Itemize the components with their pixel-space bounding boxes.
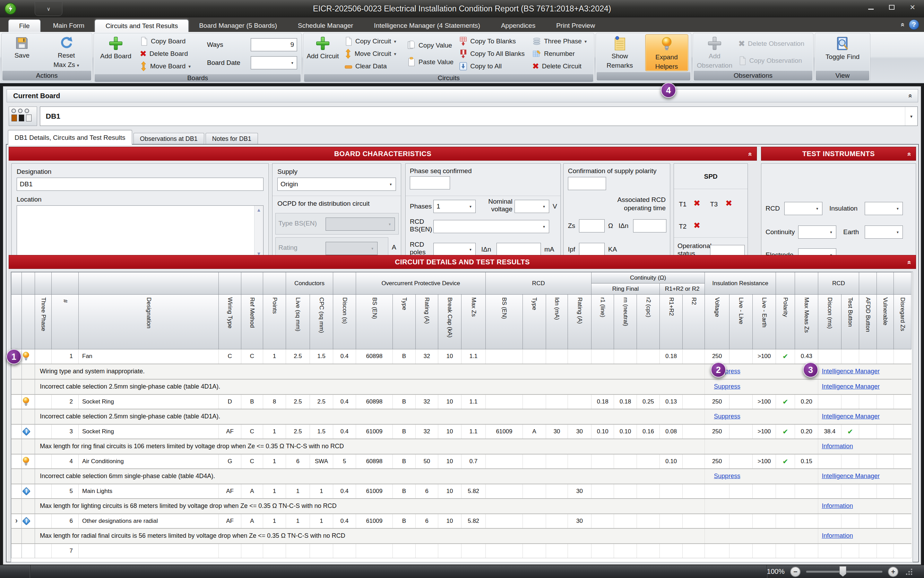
helper-info-icon[interactable]: [22, 426, 35, 437]
cell-three_phase[interactable]: [35, 544, 52, 558]
suppress-link[interactable]: Suppress: [714, 413, 740, 420]
cell-designation[interactable]: Air Conditioning: [79, 454, 219, 469]
cell-r2_cpc[interactable]: [637, 454, 660, 469]
cell-r1_line[interactable]: [592, 514, 614, 528]
cell-max_zs[interactable]: 1.1: [461, 395, 486, 409]
three-phase-button[interactable]: Three Phase▾: [532, 35, 591, 47]
cell-max_zs[interactable]: 5.82: [461, 514, 486, 528]
cell-ocpd_rating[interactable]: 50: [416, 454, 438, 469]
cell-live_live[interactable]: [730, 484, 753, 498]
cell-rn_neutral[interactable]: [614, 454, 637, 469]
cell-r2[interactable]: [683, 484, 705, 498]
cell-points[interactable]: 1: [263, 454, 286, 469]
idn2-input[interactable]: [633, 219, 667, 232]
cell-live_earth[interactable]: >100: [753, 349, 776, 364]
cell-ocpd_type[interactable]: B: [393, 424, 416, 439]
cell-afdd_button[interactable]: [859, 395, 877, 409]
suppress-link[interactable]: Suppress: [714, 472, 740, 479]
location-textarea[interactable]: ▲ ▼: [17, 205, 264, 258]
cell-discon_s[interactable]: 0.4: [333, 349, 356, 364]
cell-polarity[interactable]: ✔: [776, 395, 795, 409]
cell-break_cap[interactable]: 10: [438, 454, 461, 469]
continuity-instrument-combo[interactable]: ▾: [798, 226, 836, 239]
cell-cpc_sqmm[interactable]: 1.5: [310, 349, 333, 364]
cell-disregard_zs[interactable]: [894, 514, 911, 528]
cell-test_button[interactable]: [841, 544, 859, 558]
cell-live_live[interactable]: [730, 349, 753, 364]
delete-board-button[interactable]: ✖ Delete Board: [140, 47, 201, 60]
cell-rn_neutral[interactable]: [614, 484, 637, 498]
cell-live_earth[interactable]: >100: [753, 454, 776, 469]
clear-data-button[interactable]: Clear Data: [344, 60, 401, 73]
cell-rcd_idn[interactable]: [546, 454, 568, 469]
zoom-slider-thumb[interactable]: [840, 566, 846, 576]
cell-ocpd_bs[interactable]: 60898: [356, 395, 393, 409]
help-icon[interactable]: ?: [909, 19, 919, 30]
cell-max_meas_zs[interactable]: [795, 514, 818, 528]
cell-num[interactable]: 1: [52, 349, 79, 364]
cell-ref_method[interactable]: [241, 544, 263, 558]
delete-observation-button[interactable]: ✖ Delete Observation: [738, 37, 809, 50]
cell-break_cap[interactable]: 10: [438, 514, 461, 528]
cell-discon_ms[interactable]: [818, 395, 841, 409]
suppress-link[interactable]: Suppress: [714, 383, 740, 390]
show-remarks-button[interactable]: Show Remarks: [599, 34, 641, 71]
cell-r2[interactable]: [683, 514, 705, 528]
helper-bulb-icon[interactable]: [22, 396, 35, 407]
cell-live_earth[interactable]: [753, 544, 776, 558]
collapse-circuit-details-icon[interactable]: »: [905, 261, 913, 265]
cell-three_phase[interactable]: [35, 349, 52, 364]
cell-discon_ms[interactable]: [818, 349, 841, 364]
supply-polarity-input[interactable]: [568, 177, 606, 190]
cell-designation[interactable]: Other designations are radial: [79, 514, 219, 528]
cell-r1r2[interactable]: 0.13: [660, 395, 683, 409]
cell-rcd_bs[interactable]: 61009: [486, 424, 523, 439]
nominal-voltage-combo[interactable]: ▾: [515, 200, 549, 213]
tab-main-form[interactable]: Main Form: [43, 19, 95, 32]
spd-t3-cross-icon[interactable]: ✖: [725, 199, 732, 208]
cell-vulnerable[interactable]: [877, 424, 894, 439]
cell-ocpd_rating[interactable]: 6: [416, 484, 438, 498]
cell-rcd_bs[interactable]: [486, 514, 523, 528]
cell-designation[interactable]: Socket Ring: [79, 424, 219, 439]
phases-combo[interactable]: 1▾: [434, 200, 476, 213]
renumber-button[interactable]: Renumber: [532, 47, 591, 60]
close-button[interactable]: ✕: [907, 3, 918, 12]
cell-r2_cpc[interactable]: 0.16: [637, 424, 660, 439]
maximize-button[interactable]: [886, 3, 898, 12]
cell-points[interactable]: 1: [263, 349, 286, 364]
cell-three_phase[interactable]: [35, 454, 52, 469]
cell-icon[interactable]: [22, 514, 35, 528]
cell-r1r2[interactable]: 0.10: [660, 454, 683, 469]
cell-icon[interactable]: [22, 424, 35, 439]
cell-ocpd_bs[interactable]: 61009: [356, 424, 393, 439]
cell-designation[interactable]: Fan: [79, 349, 219, 364]
cell-ocpd_type[interactable]: B: [393, 514, 416, 528]
cell-r2[interactable]: [683, 349, 705, 364]
zs-input[interactable]: [579, 219, 605, 232]
cell-points[interactable]: 1: [263, 484, 286, 498]
cell-ocpd_rating[interactable]: 32: [416, 424, 438, 439]
cell-ocpd_bs[interactable]: [356, 544, 393, 558]
cell-r1r2[interactable]: [660, 544, 683, 558]
cell-max_meas_zs[interactable]: 0.15: [795, 454, 818, 469]
cell-rcd_bs[interactable]: [486, 395, 523, 409]
collapse-ribbon-icon[interactable]: »: [898, 23, 906, 26]
cell-disregard_zs[interactable]: [894, 484, 911, 498]
cell-ind[interactable]: [11, 424, 22, 439]
copy-observation-button[interactable]: Copy Observation: [738, 54, 809, 67]
cell-discon_s[interactable]: [333, 544, 356, 558]
earth-instrument-combo[interactable]: ▾: [865, 226, 903, 239]
collapse-test-instruments-icon[interactable]: »: [905, 152, 913, 156]
cell-live_sqmm[interactable]: 1: [286, 514, 310, 528]
insulation-instrument-combo[interactable]: ▾: [865, 202, 903, 215]
cell-rcd_idn[interactable]: [546, 514, 568, 528]
cell-icon[interactable]: [22, 349, 35, 364]
cell-rcd_bs[interactable]: [486, 454, 523, 469]
cell-rcd_idn[interactable]: [546, 395, 568, 409]
cell-rcd_type[interactable]: [523, 395, 546, 409]
cell-ocpd_type[interactable]: B: [393, 349, 416, 364]
cell-rn_neutral[interactable]: [614, 349, 637, 364]
helper-bulb-icon[interactable]: [22, 456, 35, 467]
cell-discon_ms[interactable]: [818, 514, 841, 528]
